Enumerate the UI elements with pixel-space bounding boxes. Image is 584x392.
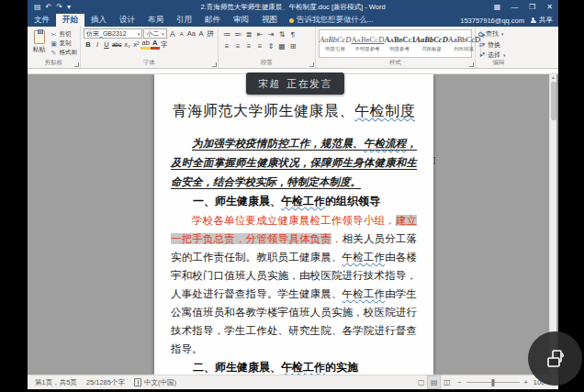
dialog-launcher-icon[interactable] [309,62,314,67]
bold-button[interactable]: B [84,39,93,50]
copy-button[interactable]: ▣复制 [51,39,78,48]
word-count[interactable]: 25/1285个字 [86,378,125,387]
find-button[interactable]: 查找 ▾ [478,29,519,39]
scroll-up-icon[interactable]: ▲ [551,74,556,80]
tab-file[interactable]: 文件 [28,14,56,27]
shading-icon[interactable]: ▦ [276,40,287,51]
change-case-button[interactable]: Aa [186,28,197,39]
align-center-icon[interactable]: ≡ [232,40,243,51]
format-painter-icon: ✎ [51,50,58,57]
highlight-button[interactable]: ab [140,39,150,50]
text-run: 青海师范大学师生健康晨、 [173,103,354,118]
tab-view[interactable]: 视图 [255,14,284,27]
enclose-character-button[interactable]: 字 [160,39,169,50]
font-size-combo[interactable]: 小二 ▾ [143,28,166,39]
rotate-screen-button[interactable] [528,331,582,386]
styles-group: AaBbCcD明显引用AaBbCcD不明显参考AaBbCcI明显参考AaBbCc… [316,27,476,68]
replace-button[interactable]: ⇄ 替换 [478,40,519,50]
scrollbar-thumb[interactable] [551,82,556,120]
intro-paragraph: 为加强学校疫情防控工作，规范晨、午检流程，及时全面掌握师生健康状况，保障师生身体… [171,134,417,192]
numbering-icon[interactable]: ≕ [232,28,243,39]
style-item[interactable]: AaBbCcD书籍标题 [415,30,447,57]
screen: ▤↶↷▾ 2.青海师范大学师生健康晨、午检制度.doc [兼容模式] - Wor… [0,0,584,392]
minimize-button[interactable]: — [506,0,523,14]
sort-icon[interactable]: ⇅ [276,28,287,39]
tab-layout[interactable]: 布局 [141,14,170,27]
bullets-icon[interactable]: ≔ [221,28,232,39]
print-layout-button[interactable]: ▤ [428,376,440,388]
paragraph-group: ≔≕≣⇤⇥⇅¶ ≡≡≡≡⇕▦⊞ 段落 [219,27,316,68]
style-sample: AaBbCcD [351,36,384,44]
underline-button[interactable]: U [102,39,111,50]
tab-insert[interactable]: 插入 [84,14,113,27]
vertical-scrollbar[interactable]: ▲ [549,74,556,375]
format-painter-button[interactable]: ✎格式刷 [51,49,78,57]
text-run: 二、师生健康晨、 [193,361,281,374]
tab-mailings[interactable]: 邮件 [198,14,227,27]
share-button[interactable]: 共享 [530,16,553,25]
font-name-combo[interactable]: 仿宋_GB2312 ▾ [84,28,142,39]
show-marks-icon[interactable]: ¶ [287,28,298,39]
language-status[interactable]: 中文(中国) [134,378,176,387]
tab-references[interactable]: 引用 [170,14,198,27]
save-button[interactable]: ▤ [34,3,41,11]
zoom-slider[interactable] [466,382,520,383]
multilevel-list-icon[interactable]: ≣ [243,28,254,39]
line-spacing-icon[interactable]: ⇕ [265,40,276,51]
undo-button[interactable]: ↶ [46,3,52,11]
style-name: 明显参考 [390,45,410,52]
strikethrough-button[interactable]: abc [111,39,122,50]
increase-indent-icon[interactable]: ⇥ [265,28,276,39]
chevron-down-icon: ▾ [501,31,504,37]
dialog-launcher-icon[interactable] [469,62,474,67]
italic-button[interactable]: I [93,39,102,50]
qat-dropdown[interactable]: ▾ [67,3,71,11]
status-bar: 第1页，共5页 25/1285个字 中文(中国) ▢▤◫ − + 100% [28,375,558,389]
grow-font-button[interactable]: A [168,28,177,39]
zoom-slider-thumb[interactable] [491,379,494,386]
cut-button[interactable]: ✂剪切 [51,30,78,39]
redo-button[interactable]: ↷ [56,3,62,11]
text-run: 午检工作 [343,288,386,299]
tab-home[interactable]: 开始 [56,14,84,27]
justify-icon[interactable]: ≡ [254,40,265,51]
zoom-out-button[interactable]: − [457,378,461,386]
phonetic-guide-button[interactable]: 拼 [206,28,215,39]
style-item[interactable]: AaBbCcD明显引用 [320,30,351,57]
dialog-launcher-icon[interactable] [74,62,79,67]
text-run: 的组织领导 [325,195,380,207]
page-info[interactable]: 第1页，共5页 [35,378,77,387]
style-item[interactable]: AaBbCcD不明显参考 [351,30,384,57]
search-icon [478,32,483,37]
text-run: 午检制度 [354,103,415,118]
web-layout-button[interactable]: ◫ [441,376,453,388]
tell-me-box[interactable]: 告诉我您想要做什么... [284,14,379,27]
document-page[interactable]: 青海师范大学师生健康晨、午检制度为加强学校疫情防控工作，规范晨、午检流程，及时全… [154,74,433,375]
font-row-2: BIUabcx₂x²abA字 [84,39,215,50]
decrease-indent-icon[interactable]: ⇤ [254,28,265,39]
borders-icon[interactable]: ⊞ [287,40,298,51]
paste-label: 粘贴 [33,45,46,54]
restore-button[interactable]: ❒ [523,0,541,14]
font-color-button[interactable]: A [151,39,160,50]
paste-button[interactable]: 粘贴 [30,28,49,59]
tab-design[interactable]: 设计 [113,14,141,27]
superscript-button[interactable]: x² [131,39,140,50]
style-sample: AaBbCcD [415,36,447,44]
text-run: 午检工作 [281,195,325,207]
style-item[interactable]: AaBbCcI明显参考 [384,30,415,57]
shrink-font-button[interactable]: A [177,28,186,39]
dialog-launcher-icon[interactable] [212,62,217,67]
ribbon-display-options-button[interactable]: ▦ [489,0,506,14]
zoom-in-button[interactable]: + [524,378,528,386]
align-left-icon[interactable]: ≡ [221,40,232,51]
text-run: ， [331,233,343,244]
heading-1: 一、师生健康晨、午检工作的组织领导 [171,192,417,211]
tab-review[interactable]: 审阅 [227,14,255,27]
paragraph-1: 学校各单位要成立健康晨检工作领导小组，建立一把手负总责，分管领导具体负责，相关人… [171,211,417,358]
clear-formatting-button[interactable]: A [197,28,206,39]
read-mode-button[interactable]: ▢ [415,376,427,388]
align-right-icon[interactable]: ≡ [243,40,254,51]
close-button[interactable]: ✕ [541,0,558,14]
subscript-button[interactable]: x₂ [122,39,131,50]
